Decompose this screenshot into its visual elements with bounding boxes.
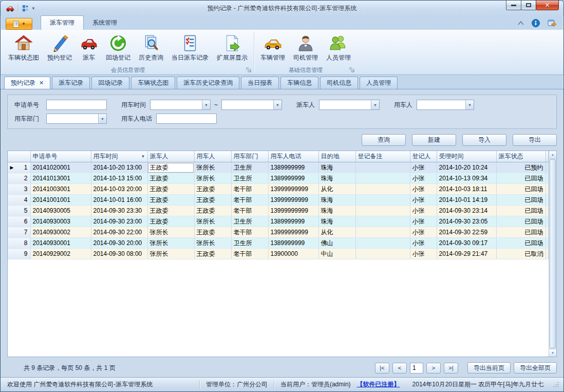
doc-tab-7[interactable]: 车辆信息 <box>280 77 318 89</box>
new-button[interactable]: 新建 <box>412 134 456 146</box>
ribbon-button-search-doc[interactable]: 历史查询 <box>135 32 167 63</box>
cell-order_no[interactable]: 20140929002 <box>30 249 91 259</box>
cell-status[interactable]: 已预约 <box>496 162 546 173</box>
cell-user[interactable]: 王政委 <box>194 195 231 206</box>
ribbon-button-yellow-car[interactable]: 车辆管理 <box>256 32 289 63</box>
cell-use_time[interactable]: 2014-09-30 23:30 <box>91 206 147 216</box>
ribbon-tab-1[interactable]: 派车管理 <box>41 15 84 30</box>
cell-remark[interactable] <box>355 227 410 238</box>
cell-status[interactable]: 已回场 <box>496 184 546 195</box>
cell-accept_time[interactable]: 2014-09-30 22:59 <box>437 227 496 238</box>
import-button[interactable]: 导入 <box>462 134 506 146</box>
cell-remark[interactable] <box>355 184 410 195</box>
department-input[interactable] <box>47 114 98 123</box>
chevron-down-icon[interactable]: ▼ <box>371 100 379 109</box>
cell-registrar[interactable]: 小张 <box>410 195 437 206</box>
chevron-down-icon[interactable]: ▼ <box>202 100 210 109</box>
cell-phone[interactable]: 13900000 <box>268 249 318 259</box>
column-header-用车时间[interactable]: 用车时间▼ <box>91 151 147 162</box>
resize-grip-icon[interactable] <box>553 381 559 388</box>
cell-phone[interactable]: 1389999999 <box>268 238 318 249</box>
cell-status[interactable]: 已取消 <box>496 249 546 259</box>
cell-user[interactable]: 张所长 <box>194 238 231 249</box>
table-row[interactable]: 6201409300032014-09-30 23:00王政委张所长卫生所138… <box>8 216 549 227</box>
cell-user[interactable]: 王政委 <box>194 206 231 216</box>
cell-accept_time[interactable]: 2014-10-01 14:19 <box>437 195 496 206</box>
ribbon-button-pencil[interactable]: 预约登记 <box>43 32 76 63</box>
table-row[interactable]: 2201410130012014-10-13 15:00王政委张所长卫生所138… <box>8 173 549 184</box>
cell-phone[interactable]: 13999999999 <box>268 227 318 238</box>
cell-dispatcher[interactable]: 王政委 <box>147 195 194 206</box>
cell-dispatcher[interactable]: 王政委 <box>147 162 194 173</box>
cell-destination[interactable]: 珠海 <box>318 173 355 184</box>
chevron-down-icon[interactable]: ▼ <box>98 114 106 123</box>
cell-order_no[interactable]: 20141013001 <box>30 173 91 184</box>
chevron-down-icon[interactable]: ▼ <box>273 100 281 109</box>
cell-user[interactable]: 王政委 <box>194 249 231 259</box>
minimize-button[interactable] <box>506 1 521 10</box>
table-row[interactable]: 8201409300012014-09-30 20:00张所长张所长卫生所138… <box>8 238 549 249</box>
column-header-派车状态[interactable]: 派车状态 <box>496 151 546 162</box>
cell-accept_time[interactable]: 2014-09-30 23:14 <box>437 206 496 216</box>
cell-order_no[interactable]: 20140930003 <box>30 216 91 227</box>
scroll-down-arrow-icon[interactable]: ▼ <box>549 349 556 357</box>
table-row[interactable]: ▶1201410200012014-10-20 13:00王政委张所长卫生所13… <box>8 162 549 173</box>
cell-use_time[interactable]: 2014-10-13 15:00 <box>91 173 147 184</box>
doc-tab-4[interactable]: 车辆状态图 <box>131 77 175 89</box>
dialog-launcher-icon[interactable] <box>349 67 355 73</box>
cell-status[interactable]: 已回场 <box>496 173 546 184</box>
cell-status[interactable]: 已回场 <box>496 195 546 206</box>
cell-remark[interactable] <box>355 216 410 227</box>
cell-accept_time[interactable]: 2014-10-13 09:34 <box>437 173 496 184</box>
order-no-input[interactable] <box>46 100 107 110</box>
cell-status[interactable]: 已回场 <box>496 206 546 216</box>
cell-phone[interactable]: 1389999999 <box>268 162 318 173</box>
cell-department[interactable]: 卫生所 <box>231 162 268 173</box>
phone-input[interactable] <box>156 114 217 124</box>
cell-accept_time[interactable]: 2014-10-20 10:24 <box>437 162 496 173</box>
license-registered-link[interactable]: 【软件已注册】 <box>357 380 406 389</box>
cell-department[interactable]: 卫生所 <box>231 238 268 249</box>
cell-user[interactable]: 王政委 <box>194 184 231 195</box>
table-row[interactable]: 9201409290022014-09-30 08:00张所长王政委老干部139… <box>8 249 549 259</box>
cell-dispatcher[interactable]: 张所长 <box>147 227 194 238</box>
doc-tab-2[interactable]: 派车记录 <box>52 77 90 89</box>
cell-dispatcher[interactable]: 王政委 <box>147 216 194 227</box>
cell-dispatcher[interactable]: 张所长 <box>147 238 194 249</box>
cell-phone[interactable]: 13999999999 <box>268 184 318 195</box>
doc-tab-3[interactable]: 回场记录 <box>91 77 129 89</box>
cell-user[interactable]: 张所长 <box>194 173 231 184</box>
doc-tab-1[interactable]: 预约记录✕ <box>4 77 50 89</box>
cell-destination[interactable]: 珠海 <box>318 216 355 227</box>
cell-department[interactable]: 老干部 <box>231 195 268 206</box>
query-button[interactable]: 查询 <box>362 134 406 146</box>
ribbon-tab-2[interactable]: 系统管理 <box>84 16 126 30</box>
cell-user[interactable]: 张所长 <box>194 162 231 173</box>
table-row[interactable]: 5201409300052014-09-30 23:30王政委王政委老干部139… <box>8 206 549 216</box>
user-combo[interactable]: ▼ <box>417 100 474 110</box>
cell-remark[interactable] <box>355 173 410 184</box>
column-header-登记人[interactable]: 登记人 <box>410 151 437 162</box>
close-tab-icon[interactable]: ✕ <box>39 80 44 86</box>
scrollbar-thumb[interactable] <box>550 159 556 348</box>
column-header-用车人电话[interactable]: 用车人电话 <box>268 151 318 162</box>
cell-destination[interactable]: 珠海 <box>318 162 355 173</box>
chevron-down-icon[interactable]: ▼ <box>465 100 474 109</box>
table-row[interactable]: 4201410010012014-10-01 16:00王政委王政委老干部139… <box>8 195 549 206</box>
quick-access-toolbar-button[interactable]: ▼ <box>22 5 35 12</box>
cell-dispatcher[interactable]: 张所长 <box>147 249 194 259</box>
cell-accept_time[interactable]: 2014-09-30 23:05 <box>437 216 496 227</box>
cell-registrar[interactable]: 小张 <box>410 227 437 238</box>
ribbon-button-screen-export[interactable]: 扩展屏显示 <box>213 32 252 63</box>
doc-tab-5[interactable]: 派车历史记录查询 <box>177 77 239 89</box>
user-input[interactable] <box>417 100 465 109</box>
cell-destination[interactable]: 从化 <box>318 184 355 195</box>
cell-remark[interactable] <box>355 249 410 259</box>
cell-accept_time[interactable]: 2014-10-03 18:11 <box>437 184 496 195</box>
last-page-button[interactable]: >| <box>444 363 458 374</box>
cell-order_no[interactable]: 20141020001 <box>30 162 91 173</box>
cell-use_time[interactable]: 2014-09-30 23:00 <box>91 216 147 227</box>
export-current-page-button[interactable]: 导出当前页 <box>467 362 511 374</box>
cell-use_time[interactable]: 2014-09-30 20:00 <box>91 238 147 249</box>
column-header-目的地[interactable]: 目的地 <box>318 151 355 162</box>
